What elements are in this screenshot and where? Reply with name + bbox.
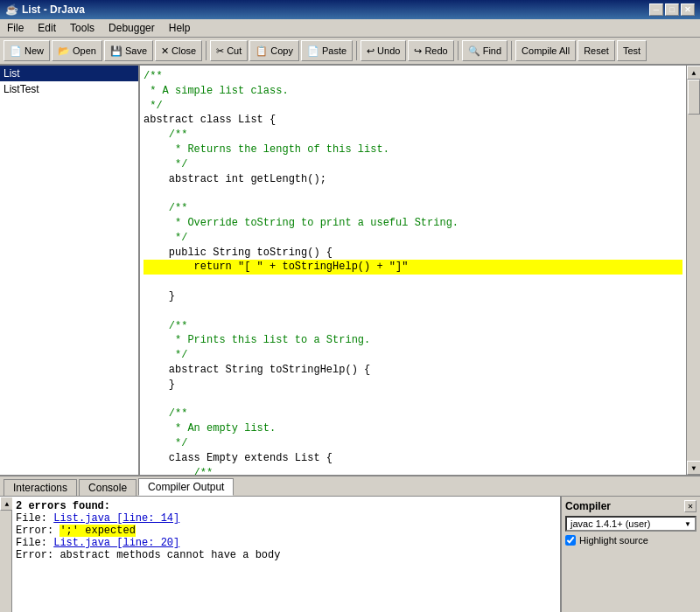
error-2-file-label: File: [16,537,53,549]
menu-edit[interactable]: Edit [34,21,60,35]
new-button[interactable]: 📄 New [4,40,50,61]
paste-label: Paste [322,45,346,56]
test-label: Test [623,45,640,56]
bottom-tabs: Interactions Console Compiler Output [0,476,700,497]
scroll-up-button[interactable]: ▲ [687,66,700,80]
new-label: New [24,45,44,56]
compiler-select[interactable]: javac 1.4.1+ (user) ▼ [565,516,696,532]
tab-compiler-output[interactable]: Compiler Output [138,478,234,496]
menu-debugger[interactable]: Debugger [105,21,158,35]
reset-button[interactable]: Reset [578,40,615,61]
compiler-select-arrow: ▼ [684,520,691,528]
highlight-checkbox-input[interactable] [565,535,576,546]
error-2-label: Error: [16,549,60,561]
right-panel-top: Compiler ✕ [565,500,696,512]
highlight-label: Highlight source [579,535,648,546]
copy-button[interactable]: 📋 Copy [249,40,299,61]
scroll-down-button[interactable]: ▼ [687,461,700,475]
minimize-button[interactable]: ─ [649,3,663,16]
code-content[interactable]: /** * A simple list class. */ abstract c… [140,66,686,475]
separator-1 [206,41,206,60]
error-1-message: ';' expected [60,525,135,537]
file-item-list[interactable]: List [0,66,138,81]
maximize-button[interactable]: □ [665,3,679,16]
tab-console[interactable]: Console [79,479,136,496]
new-icon: 📄 [10,45,22,57]
undo-icon: ↩ [367,45,374,57]
bottom-content: ▲ ▼ 2 errors found: File: List.java [lin… [0,497,700,612]
close-button[interactable]: ✕ [681,3,695,16]
file-item-listtest[interactable]: ListTest [0,81,138,97]
output-area[interactable]: 2 errors found: File: List.java [line: 1… [12,497,560,612]
main-content: List ListTest /** * A simple list class.… [0,66,700,476]
error-1-file-line: File: List.java [line: 14] [16,512,556,525]
error-header: 2 errors found: [16,500,556,512]
save-icon: 💾 [110,45,122,57]
app-icon: ☕ [5,3,18,16]
find-button[interactable]: 🔍 Find [462,40,508,61]
undo-label: Undo [377,45,400,56]
undo-button[interactable]: ↩ Undo [360,40,406,61]
separator-3 [458,41,458,60]
title-bar-left: ☕ List - DrJava [5,3,85,16]
error-2-file-line: File: List.java [line: 20] [16,537,556,549]
separator-2 [356,41,357,60]
file-list[interactable]: List ListTest [0,66,140,475]
error-1-file-label: File: [16,512,53,525]
save-label: Save [125,45,147,56]
test-button[interactable]: Test [617,40,647,61]
toolbar: 📄 New 📂 Open 💾 Save ✕ Close ✂ Cut 📋 Copy… [0,38,700,66]
cut-button[interactable]: ✂ Cut [210,40,248,61]
error-1-text: Error: ';' expected [16,525,556,537]
menu-bar: File Edit Tools Debugger Help [0,19,700,38]
compile-label: Compile All [522,45,570,56]
compiler-select-value: javac 1.4.1+ (user) [570,518,650,529]
highlight-checkbox-container[interactable]: Highlight source [565,535,696,546]
scroll-track [687,80,700,461]
right-panel: Compiler ✕ javac 1.4.1+ (user) ▼ Highlig… [560,497,700,612]
window-title: List - DrJava [22,3,85,16]
separator-4 [511,41,512,60]
close-compiler-button[interactable]: ✕ [684,500,696,512]
bottom-panel: Interactions Console Compiler Output ▲ ▼… [0,476,700,612]
menu-help[interactable]: Help [165,21,194,35]
compile-button[interactable]: Compile All [515,40,576,61]
code-editor[interactable]: /** * A simple list class. */ abstract c… [140,66,700,475]
open-icon: 📂 [58,45,70,57]
cut-label: Cut [227,45,242,56]
find-icon: 🔍 [468,45,480,57]
menu-tools[interactable]: Tools [66,21,98,35]
open-label: Open [73,45,96,56]
redo-label: Redo [424,45,447,56]
error-2-message: abstract methods cannot have a body [60,549,280,561]
paste-icon: 📄 [307,45,319,57]
reset-label: Reset [584,45,609,56]
cut-icon: ✂ [216,45,224,57]
save-button[interactable]: 💾 Save [104,40,153,61]
redo-icon: ↪ [414,45,422,57]
scroll-thumb[interactable] [688,80,700,115]
close-file-icon: ✕ [161,45,169,57]
find-label: Find [483,45,501,56]
error-2-file-link[interactable]: List.java [line: 20] [53,537,179,549]
error-1-file-link[interactable]: List.java [line: 14] [53,512,179,525]
title-bar: ☕ List - DrJava ─ □ ✕ [0,0,700,19]
close-file-button[interactable]: ✕ Close [155,40,202,61]
compiler-header: Compiler [565,500,611,512]
error-1-label: Error: [16,525,60,537]
copy-icon: 📋 [256,45,268,57]
bottom-scroll-left: ▲ ▼ [0,497,12,612]
paste-button[interactable]: 📄 Paste [301,40,353,61]
close-file-label: Close [172,45,196,56]
code-scrollbar[interactable]: ▲ ▼ [686,66,700,475]
menu-file[interactable]: File [4,21,27,35]
bottom-scroll-track [0,511,11,612]
error-2-text: Error: abstract methods cannot have a bo… [16,549,556,561]
title-controls: ─ □ ✕ [649,3,695,16]
tab-interactions[interactable]: Interactions [4,479,77,496]
copy-label: Copy [270,45,293,56]
open-button[interactable]: 📂 Open [52,40,102,61]
redo-button[interactable]: ↪ Redo [408,40,453,61]
